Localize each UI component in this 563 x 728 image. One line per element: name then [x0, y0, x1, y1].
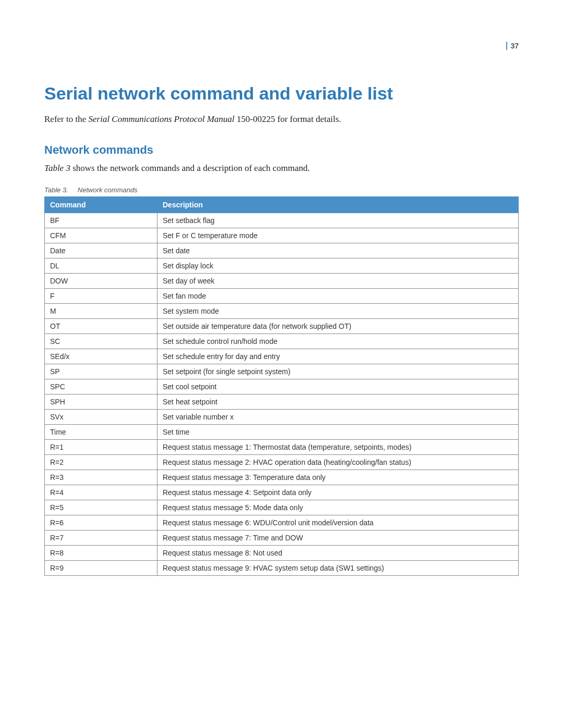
table-row: SPHSet heat setpoint — [45, 394, 519, 409]
intro-italic: Serial Communications Protocol Manual — [89, 114, 235, 124]
table-cell-command: Time — [45, 424, 157, 439]
table-cell-command: R=3 — [45, 470, 157, 485]
table-row: SEd/xSet schedule entry for day and entr… — [45, 349, 519, 364]
table-cell-description: Request status message 2: HVAC operation… — [157, 454, 519, 470]
table-cell-command: R=4 — [45, 485, 157, 500]
table-cell-command: F — [45, 288, 157, 303]
table-cell-description: Request status message 8: Not used — [157, 545, 519, 560]
table-cell-description: Set variable number x — [157, 409, 519, 424]
table-row: SPCSet cool setpoint — [45, 379, 519, 394]
table-cell-description: Request status message 4: Setpoint data … — [157, 485, 519, 500]
table-cell-description: Set schedule entry for day and entry — [157, 349, 519, 364]
table-cell-description: Request status message 1: Thermostat dat… — [157, 439, 519, 454]
table-row: SCSet schedule control run/hold mode — [45, 334, 519, 349]
section-intro: Table 3 shows the network commands and a… — [44, 162, 519, 175]
table-row: CFMSet F or C temperature mode — [45, 228, 519, 243]
table-row: R=6Request status message 6: WDU/Control… — [45, 515, 519, 530]
table-cell-command: R=9 — [45, 560, 157, 575]
section-heading: Network commands — [44, 143, 519, 157]
table-cell-command: SC — [45, 334, 157, 349]
table-row: DLSet display lock — [45, 258, 519, 273]
table-cell-description: Set outside air temperature data (for ne… — [157, 318, 519, 334]
body-italic: Table 3 — [44, 163, 70, 173]
table-row: MSet system mode — [45, 303, 519, 318]
table-row: R=8Request status message 8: Not used — [45, 545, 519, 560]
table-cell-command: Date — [45, 243, 157, 258]
table-row: DOWSet day of week — [45, 273, 519, 288]
intro-paragraph: Refer to the Serial Communications Proto… — [44, 113, 519, 126]
table-cell-command: R=7 — [45, 530, 157, 545]
page-number: 37 — [510, 42, 519, 50]
table-row: DateSet date — [45, 243, 519, 258]
table-header-description: Description — [157, 196, 519, 213]
table-row: BFSet setback flag — [45, 213, 519, 228]
table-cell-description: Set date — [157, 243, 519, 258]
network-commands-table: Command Description BFSet setback flagCF… — [44, 196, 519, 576]
table-row: R=4Request status message 4: Setpoint da… — [45, 485, 519, 500]
table-cell-description: Request status message 6: WDU/Control un… — [157, 515, 519, 530]
table-cell-command: M — [45, 303, 157, 318]
table-caption: Table 3.Network commands — [44, 186, 519, 194]
table-cell-description: Set setback flag — [157, 213, 519, 228]
table-row: R=5Request status message 5: Mode data o… — [45, 500, 519, 515]
table-cell-description: Request status message 7: Time and DOW — [157, 530, 519, 545]
table-cell-description: Set cool setpoint — [157, 379, 519, 394]
table-cell-command: DL — [45, 258, 157, 273]
table-cell-command: R=6 — [45, 515, 157, 530]
table-cell-command: CFM — [45, 228, 157, 243]
table-cell-description: Set display lock — [157, 258, 519, 273]
table-cell-description: Set time — [157, 424, 519, 439]
table-cell-command: SP — [45, 364, 157, 379]
table-cell-description: Set fan mode — [157, 288, 519, 303]
page-number-bar — [506, 42, 507, 50]
table-caption-title: Network commands — [78, 186, 138, 194]
table-row: R=9Request status message 9: HVAC system… — [45, 560, 519, 575]
table-row: R=3Request status message 3: Temperature… — [45, 470, 519, 485]
table-cell-command: SEd/x — [45, 349, 157, 364]
table-cell-command: SPH — [45, 394, 157, 409]
table-row: FSet fan mode — [45, 288, 519, 303]
table-cell-description: Set day of week — [157, 273, 519, 288]
table-cell-description: Set schedule control run/hold mode — [157, 334, 519, 349]
table-row: OTSet outside air temperature data (for … — [45, 318, 519, 334]
table-cell-description: Request status message 5: Mode data only — [157, 500, 519, 515]
table-cell-command: BF — [45, 213, 157, 228]
table-row: R=2Request status message 2: HVAC operat… — [45, 454, 519, 470]
table-row: SVxSet variable number x — [45, 409, 519, 424]
table-row: R=7Request status message 7: Time and DO… — [45, 530, 519, 545]
table-cell-command: OT — [45, 318, 157, 334]
table-cell-description: Set system mode — [157, 303, 519, 318]
intro-prefix: Refer to the — [44, 114, 89, 124]
table-caption-label: Table 3. — [44, 186, 68, 194]
table-row: SPSet setpoint (for single setpoint syst… — [45, 364, 519, 379]
intro-suffix: 150-00225 for format details. — [235, 114, 341, 124]
table-cell-description: Request status message 9: HVAC system se… — [157, 560, 519, 575]
table-header-row: Command Description — [45, 196, 519, 213]
table-cell-command: R=1 — [45, 439, 157, 454]
document-page: 37 Serial network command and variable l… — [0, 0, 563, 728]
table-cell-description: Set heat setpoint — [157, 394, 519, 409]
table-row: R=1Request status message 1: Thermostat … — [45, 439, 519, 454]
body-suffix: shows the network commands and a descrip… — [70, 163, 310, 173]
page-number-wrap: 37 — [506, 42, 519, 50]
table-cell-command: R=5 — [45, 500, 157, 515]
table-cell-command: SVx — [45, 409, 157, 424]
page-title: Serial network command and variable list — [44, 83, 519, 104]
table-cell-description: Request status message 3: Temperature da… — [157, 470, 519, 485]
table-cell-command: DOW — [45, 273, 157, 288]
table-cell-command: R=2 — [45, 454, 157, 470]
table-cell-command: R=8 — [45, 545, 157, 560]
table-cell-command: SPC — [45, 379, 157, 394]
table-cell-description: Set setpoint (for single setpoint system… — [157, 364, 519, 379]
table-header-command: Command — [45, 196, 157, 213]
table-cell-description: Set F or C temperature mode — [157, 228, 519, 243]
table-row: TimeSet time — [45, 424, 519, 439]
